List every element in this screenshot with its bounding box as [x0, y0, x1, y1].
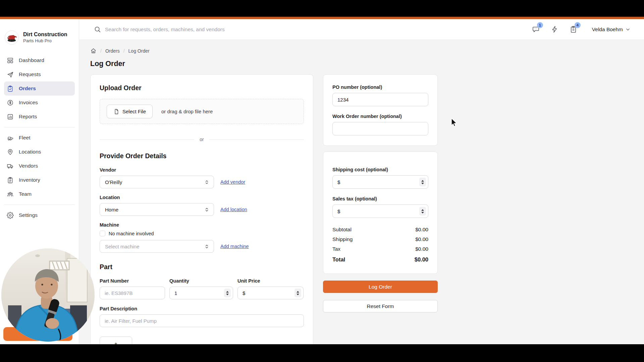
log-order-button[interactable]: Log Order	[323, 281, 438, 293]
select-file-button[interactable]: Select File	[107, 105, 153, 118]
quick-actions-button[interactable]	[550, 25, 559, 34]
sales-tax-stepper[interactable]	[419, 207, 426, 216]
breadcrumb-log-order: Log Order	[128, 48, 150, 54]
summary-row-shipping: Shipping$0.00	[332, 236, 428, 242]
sidebar-item-label: Reports	[19, 114, 37, 120]
unit-price-label: Unit Price	[237, 278, 304, 284]
location-label: Location	[100, 195, 304, 200]
summary-row-tax: Tax$0.00	[332, 246, 428, 252]
sidebar-divider	[4, 127, 75, 127]
global-search[interactable]	[94, 26, 532, 33]
excavator-logo-icon	[5, 31, 18, 44]
po-number-input[interactable]	[332, 93, 428, 106]
sales-tax-label: Sales tax (optional)	[332, 196, 428, 201]
sidebar-item-label: Locations	[19, 149, 41, 155]
search-icon	[94, 26, 101, 33]
requests-icon	[7, 71, 14, 78]
breadcrumb-orders[interactable]: Orders	[105, 48, 120, 54]
topbar: 1 4 Velda Boehm	[79, 19, 644, 40]
quantity-input[interactable]	[169, 287, 233, 299]
sidebar-item-orders[interactable]: Orders	[4, 81, 75, 96]
location-select[interactable]: Home	[100, 203, 214, 216]
vendors-icon	[7, 163, 14, 170]
sidebar-item-fleet[interactable]: Fleet	[4, 131, 75, 145]
messages-button[interactable]: 1	[532, 25, 540, 34]
product-name: Parts Hub Pro	[23, 38, 67, 44]
shipping-cost-label: Shipping cost (optional)	[332, 167, 428, 172]
file-dropzone[interactable]: Select File or drag & drop file here	[100, 99, 304, 124]
breadcrumb: / Orders / Log Order	[90, 48, 644, 54]
app-screen: Dirt Construction Parts Hub Pro Dashboar…	[0, 17, 644, 344]
sidebar-item-locations[interactable]: Locations	[4, 145, 75, 159]
sidebar-item-invoices[interactable]: Invoices	[4, 96, 75, 110]
sidebar-item-label: Fleet	[19, 135, 30, 141]
settings-icon	[7, 212, 14, 219]
unit-price-stepper[interactable]	[294, 289, 301, 297]
vendor-select[interactable]: O'Reilly	[100, 176, 214, 188]
tasks-button[interactable]: 4	[569, 25, 578, 34]
part-description-input[interactable]	[100, 314, 304, 327]
sidebar-item-settings[interactable]: Settings	[4, 208, 75, 222]
user-menu[interactable]: Velda Boehm	[592, 26, 631, 33]
locations-icon	[7, 148, 14, 156]
sidebar-divider	[4, 204, 75, 205]
machine-select[interactable]: Select machine	[100, 240, 214, 253]
user-name: Velda Boehm	[592, 26, 623, 33]
sidebar-item-reports[interactable]: Reports	[4, 110, 75, 124]
log-order-form-card: Upload Order Select File or drag & drop …	[90, 74, 313, 344]
tasks-badge: 4	[575, 22, 581, 28]
sidebar-item-label: Team	[19, 191, 32, 197]
messages-badge: 1	[537, 22, 543, 28]
accent-bar	[0, 17, 644, 19]
costs-card: Shipping cost (optional) Sales tax (opti…	[323, 152, 438, 274]
quantity-label: Quantity	[169, 278, 233, 284]
shipping-cost-stepper[interactable]	[419, 178, 426, 186]
select-chevrons-icon	[204, 244, 210, 249]
shipping-cost-input[interactable]	[332, 175, 428, 189]
page-title: Log Order	[90, 60, 644, 68]
presenter-webcam-overlay	[1, 248, 95, 342]
select-chevrons-icon	[204, 207, 210, 213]
sidebar-item-label: Orders	[19, 85, 36, 92]
select-chevrons-icon	[204, 179, 210, 185]
sidebar-item-team[interactable]: Team	[4, 187, 75, 201]
orders-icon	[7, 85, 14, 92]
part-number-input[interactable]	[100, 287, 165, 299]
part-heading: Part	[100, 263, 304, 271]
unit-price-input[interactable]	[237, 287, 304, 299]
sidebar-nav: DashboardRequestsOrdersInvoicesReportsFl…	[0, 53, 79, 222]
or-divider: or	[100, 137, 304, 142]
sidebar-item-requests[interactable]: Requests	[4, 67, 75, 81]
lightning-bolt-icon	[551, 25, 558, 33]
add-vendor-link[interactable]: Add vendor	[220, 179, 245, 185]
sidebar-item-label: Vendors	[19, 163, 38, 169]
part-number-label: Part Number	[100, 278, 165, 284]
work-order-input[interactable]	[332, 122, 428, 135]
quantity-stepper[interactable]	[224, 289, 231, 297]
chevron-down-icon	[625, 27, 631, 32]
no-machine-checkbox[interactable]	[100, 231, 105, 236]
sales-tax-input[interactable]	[332, 204, 428, 218]
reports-icon	[7, 113, 14, 120]
inventory-icon	[7, 177, 14, 184]
home-icon[interactable]	[90, 48, 97, 54]
dashboard-icon	[7, 57, 14, 64]
webcam-video	[1, 248, 95, 342]
company-logo	[5, 31, 19, 45]
add-machine-link[interactable]: Add machine	[220, 244, 249, 249]
sidebar-item-label: Inventory	[19, 177, 40, 183]
summary-row-subtotal: Subtotal$0.00	[332, 227, 428, 233]
sidebar-item-label: Requests	[19, 71, 41, 77]
file-icon	[113, 109, 119, 115]
machine-label: Machine	[100, 222, 304, 228]
content-area: / Orders / Log Order Log Order Upload Or…	[79, 40, 644, 344]
fleet-icon	[7, 134, 14, 141]
sidebar-item-inventory[interactable]: Inventory	[4, 173, 75, 187]
search-input[interactable]	[105, 26, 306, 33]
po-number-label: PO number (optional)	[332, 84, 428, 90]
add-part-button[interactable]: +	[100, 337, 132, 344]
sidebar-item-vendors[interactable]: Vendors	[4, 159, 75, 173]
add-location-link[interactable]: Add location	[220, 207, 247, 212]
reset-form-button[interactable]: Reset Form	[323, 300, 438, 312]
sidebar-item-dashboard[interactable]: Dashboard	[4, 53, 75, 67]
